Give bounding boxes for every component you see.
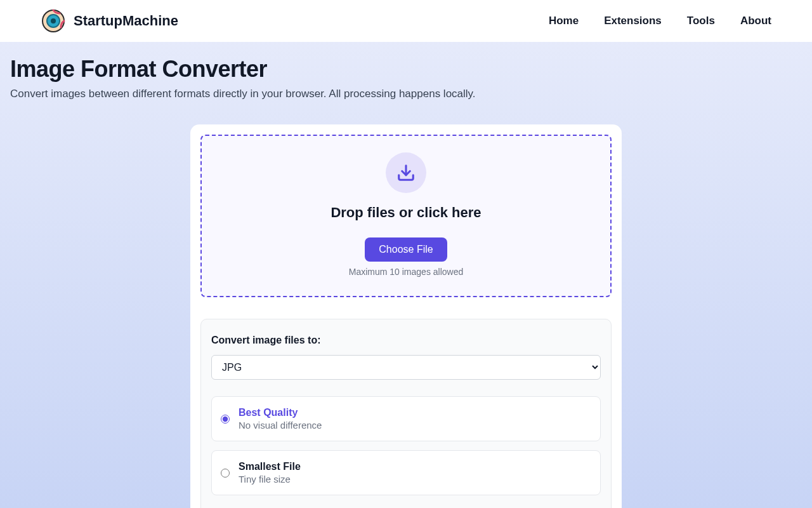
quality-title: Smallest File [239, 461, 301, 472]
main-nav: Home Extensions Tools About [549, 15, 771, 27]
quality-desc: Tiny file size [239, 474, 301, 485]
options-panel: Convert image files to: JPG Best Quality… [200, 319, 612, 508]
quality-radio-best[interactable] [221, 415, 230, 424]
quality-option-best[interactable]: Best Quality No visual difference [211, 396, 601, 441]
page-title: Image Format Converter [10, 56, 802, 83]
format-label: Convert image files to: [211, 335, 601, 346]
quality-option-smallest[interactable]: Smallest File Tiny file size [211, 450, 601, 495]
file-dropzone[interactable]: Drop files or click here Choose File Max… [200, 135, 612, 297]
choose-file-button[interactable]: Choose File [365, 237, 447, 262]
download-icon [386, 152, 426, 193]
site-header: StartupMachine Home Extensions Tools Abo… [0, 0, 812, 42]
dropzone-hint: Maximum 10 images allowed [217, 267, 595, 277]
quality-title: Best Quality [239, 407, 322, 418]
nav-home[interactable]: Home [549, 15, 579, 27]
dropzone-title: Drop files or click here [217, 204, 595, 221]
nav-extensions[interactable]: Extensions [604, 15, 662, 27]
brand[interactable]: StartupMachine [41, 8, 178, 34]
converter-card: Drop files or click here Choose File Max… [190, 124, 622, 508]
brand-name: StartupMachine [74, 13, 178, 29]
svg-point-2 [51, 18, 56, 23]
logo-icon [41, 8, 66, 34]
format-select[interactable]: JPG [211, 355, 601, 380]
page-subtitle: Convert images between different formats… [10, 88, 802, 100]
nav-about[interactable]: About [740, 15, 771, 27]
quality-desc: No visual difference [239, 420, 322, 431]
nav-tools[interactable]: Tools [687, 15, 715, 27]
page-header: Image Format Converter Convert images be… [0, 42, 812, 100]
quality-radio-smallest[interactable] [221, 469, 230, 478]
